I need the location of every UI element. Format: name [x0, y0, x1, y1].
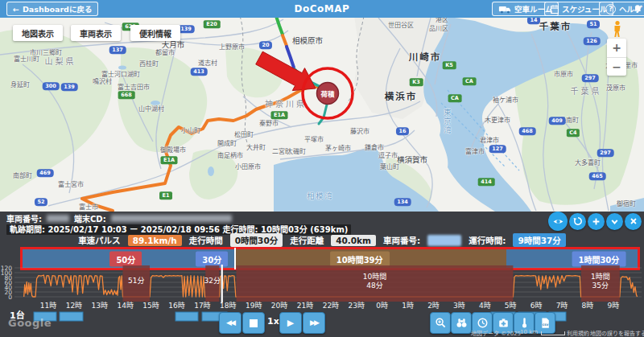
x-axis-tick-label: 20時	[271, 302, 287, 310]
add-button[interactable]	[588, 213, 605, 230]
panel-tools	[548, 212, 642, 231]
visibility-button[interactable]	[548, 212, 568, 231]
x-axis-tick-label: 17時	[194, 302, 210, 310]
refresh-button[interactable]	[569, 213, 586, 230]
x-axis-tick-label: 12時	[66, 302, 82, 310]
google-logo: Google	[8, 317, 52, 329]
x-axis-tick-label: 13時	[92, 302, 108, 310]
close-button[interactable]	[625, 213, 642, 230]
axis-period-bar	[175, 312, 198, 321]
play-button[interactable]: ▶	[279, 312, 302, 334]
speed-pulse-label: 車速パルス	[78, 234, 121, 246]
rewind-button[interactable]: ◀◀	[219, 312, 242, 334]
stop-duration-label: 48分	[366, 282, 382, 290]
play-icon: ▶	[287, 319, 294, 327]
stop-button[interactable]	[242, 312, 265, 334]
playback-speed-label: 1x	[267, 316, 279, 327]
scale-bar	[541, 331, 565, 335]
x-axis-tick-label: 19時	[246, 302, 262, 310]
search-view-button[interactable]	[451, 312, 472, 334]
zoom-tool-button[interactable]	[430, 312, 451, 334]
stop-duration-label: 35分	[592, 282, 609, 290]
truck-icon	[498, 5, 511, 14]
x-axis-tick-label: 23時	[349, 302, 365, 310]
rewind-icon: ◀◀	[226, 319, 234, 327]
x-axis-tick-label: 18時	[220, 302, 236, 310]
terms-link[interactable]: 利用規約	[567, 329, 589, 337]
thermometer-icon	[518, 317, 530, 329]
x-axis-tick-label: 8時	[582, 302, 594, 310]
csv-file-icon: CSV	[539, 317, 551, 329]
stats-drive-time-value: 0時間30分	[230, 233, 283, 247]
x-axis-tick-label: 2時	[427, 302, 440, 310]
x-axis-tick-label: 11時	[40, 302, 56, 310]
zoom-out-button[interactable]: −	[607, 58, 626, 76]
collapse-button[interactable]	[606, 213, 623, 230]
lake-kawaguchi	[118, 66, 126, 70]
bell-icon[interactable]	[633, 3, 642, 14]
map-attribution: 地図データ ©2025	[471, 329, 521, 337]
app-header: ← Dashboardに戻る DoCoMAP 空車ルーム スケジュール ? ヘル…	[0, 0, 644, 18]
zoom-in-button[interactable]: +	[607, 39, 626, 58]
lake-yamanaka	[151, 101, 160, 105]
svg-text:CSV: CSV	[542, 323, 548, 327]
clock-icon	[477, 317, 489, 329]
useful-info-button[interactable]: 便利情報	[130, 25, 180, 41]
x-axis-tick-label: 4時	[479, 302, 491, 310]
docomap-app: 山梨県神奈川県千葉県川崎市横浜市千葉市相模原市横須賀市大月市上野原市都留市西桂町…	[0, 0, 644, 337]
x-axis-tick-label: 14時	[117, 302, 133, 310]
distance-label: 走行距離	[290, 234, 324, 246]
stop-icon	[250, 319, 258, 327]
x-axis-tick-label: 6時	[530, 302, 543, 310]
x-axis-tick-label: 0時	[376, 302, 388, 310]
stop-duration-label: 51分	[128, 277, 144, 285]
x-axis-tick-label: 16時	[168, 302, 184, 310]
stats-vehicle-label: 車両番号:	[383, 234, 420, 246]
x-axis-tick-label: 5時	[505, 302, 517, 310]
calendar-icon	[551, 5, 559, 14]
stats-row: 車速パルス 89.1km/h 走行時間 0時間30分 走行距離 40.0km 車…	[0, 233, 644, 247]
lake-ashi	[208, 166, 214, 176]
fast-forward-icon: ▶▶	[310, 319, 318, 327]
vehicle-number-redacted	[47, 215, 69, 222]
map-zoom-control: + −	[607, 39, 626, 76]
help-icon: ?	[605, 4, 616, 14]
binoculars-icon	[456, 317, 468, 329]
stop-duration-label: 10時間	[363, 273, 386, 281]
stats-drive-time-label: 走行時間	[189, 234, 223, 246]
report-error-link[interactable]: 地図の誤りを報告する	[590, 329, 644, 337]
vehicle-display-button[interactable]: 車両表示	[71, 25, 121, 41]
y-axis-tick-label: 120	[1, 265, 13, 272]
x-axis-tick-label: 9時	[607, 302, 619, 310]
map-display-button[interactable]: 地図表示	[13, 25, 63, 41]
fast-forward-button[interactable]: ▶▶	[303, 312, 325, 334]
speed-pulse-value: 89.1km/h	[128, 235, 182, 246]
first-aid-kit-icon	[497, 317, 510, 329]
distance-value: 40.0km	[331, 235, 376, 246]
stats-vehicle-redacted	[427, 235, 461, 246]
operation-time-value: 9時間37分	[513, 233, 565, 247]
stop-duration-label: 32分	[204, 277, 221, 285]
pegman-icon[interactable]	[612, 20, 623, 38]
axis-period-bar	[60, 312, 83, 321]
x-axis-tick-label: 15時	[142, 302, 159, 310]
x-axis-tick-label: 3時	[453, 302, 465, 310]
x-axis-tick-label: 22時	[323, 302, 339, 310]
playback-cursor	[221, 265, 223, 302]
scale-label: 10 km	[520, 329, 538, 335]
operation-time-label: 運行時間:	[469, 234, 506, 246]
magnifier-plus-icon	[435, 317, 447, 329]
stop-duration-label: 1時間	[591, 273, 610, 281]
terminal-cd-redacted	[111, 215, 232, 222]
x-axis-tick-label: 21時	[297, 302, 313, 310]
x-axis-tick-label: 7時	[556, 302, 568, 310]
x-axis-tick-label: 1時	[402, 302, 414, 310]
